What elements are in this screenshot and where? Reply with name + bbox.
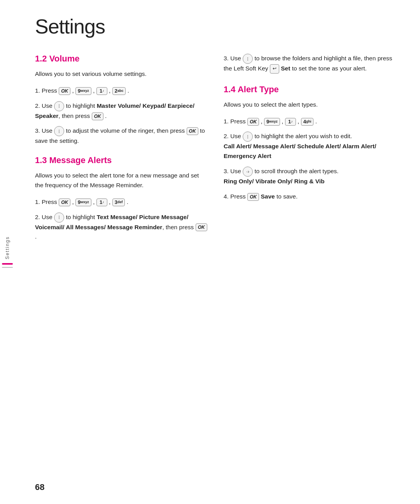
period: .: [128, 87, 129, 94]
key-ok-3: OK: [187, 127, 198, 135]
step-text-2: Set to set the tone as your alert.: [281, 65, 367, 72]
key-ok-a1: OK: [247, 118, 259, 126]
step-text: to adjust the volume of the ringer, then…: [66, 127, 186, 134]
volume-step-2: 2. Use ⁝ to highlight Master Volume/ Key…: [35, 101, 208, 121]
step-num: 1. Press: [224, 118, 247, 125]
volume-step-3: 3. Use ⁝ to adjust the volume of the rin…: [35, 126, 208, 146]
step-num: 1. Press: [35, 198, 59, 205]
nav-updown-icon-r3: ⁝: [243, 54, 253, 64]
msg-step-2: 2. Use ⁝ to highlight Text Message/ Pict…: [35, 212, 208, 242]
sidebar: Settings: [0, 0, 15, 504]
step-num: 1. Press: [35, 87, 59, 94]
key-1: 1♪: [96, 87, 107, 95]
nav-updown-icon-a2: ⁝: [243, 132, 253, 142]
step-num: 3. Use: [224, 168, 243, 174]
sidebar-label: Settings: [5, 236, 10, 259]
key-9-m: 9wxyz: [75, 198, 91, 206]
nav-updown-icon: ⁝: [54, 101, 64, 111]
section-volume-heading: 1.2 Volume: [35, 54, 208, 64]
msg-step-1: 1. Press OK , 9wxyz , 1♪ , 3def .: [35, 197, 208, 207]
sidebar-line: [2, 267, 13, 268]
step-num: 4. Press: [224, 193, 247, 200]
step-num: 3. Use: [35, 127, 54, 134]
alert-step-2: 2. Use ⁝ to highlight the alert you wish…: [224, 132, 397, 161]
sep: ,: [72, 87, 75, 94]
nav-leftright-icon: ·›: [243, 167, 253, 177]
sep: ,: [282, 118, 285, 125]
section-volume: 1.2 Volume Allows you to set various vol…: [35, 54, 208, 146]
section-alert-type: 1.4 Alert Type Allows you to select the …: [224, 84, 397, 202]
sep: ,: [93, 198, 96, 205]
period: .: [35, 233, 37, 240]
period: .: [315, 118, 317, 125]
key-ok-2: OK: [92, 112, 103, 120]
right-column: 3. Use ⁝ to browse the folders and highl…: [224, 50, 397, 247]
section-msg-description: Allows you to select the alert tone for …: [35, 171, 208, 190]
sep: ,: [109, 198, 112, 205]
step-num: 3. Use: [224, 55, 243, 61]
key-ok-a4: OK: [247, 193, 259, 201]
key-ok-m1: OK: [59, 198, 70, 206]
key-1-m: 1♪: [96, 198, 107, 206]
nav-updown-icon-2: ⁝: [54, 126, 64, 136]
key-3-m: 3def: [112, 198, 125, 206]
key-ok-m2: OK: [196, 223, 207, 231]
step-num: 2. Use: [35, 102, 54, 109]
period: .: [127, 198, 128, 205]
section-msg-heading: 1.3 Message Alerts: [35, 155, 208, 165]
sep: ,: [298, 118, 301, 125]
section-alert-description: Allows you to select the alert types.: [224, 100, 397, 110]
sep: ,: [109, 87, 112, 94]
section-alert-heading: 1.4 Alert Type: [224, 84, 397, 95]
step-text: Save to save.: [261, 193, 298, 200]
set-bold: Set: [281, 65, 290, 72]
sep: ,: [93, 87, 96, 94]
alert-step-4: 4. Press OK Save to save.: [224, 192, 397, 202]
key-9-a: 9wxyz: [264, 118, 280, 126]
period: .: [105, 112, 107, 119]
main-content: 1.2 Volume Allows you to set various vol…: [0, 50, 420, 247]
key-2: 2abc: [112, 87, 126, 95]
key-4-a: 4ghi: [301, 118, 314, 126]
save-bold: Save: [261, 193, 275, 200]
step-num: 2. Use: [224, 133, 243, 139]
left-column: 1.2 Volume Allows you to set various vol…: [35, 50, 208, 247]
page-number: 68: [35, 482, 44, 492]
nav-updown-icon-m2: ⁝: [54, 212, 64, 223]
right-step-3: 3. Use ⁝ to browse the folders and highl…: [224, 54, 397, 74]
section-volume-description: Allows you to set various volume setting…: [35, 69, 208, 79]
alert-step-3: 3. Use ·› to scroll through the alert ty…: [224, 167, 397, 186]
sep: ,: [261, 118, 264, 125]
volume-step-1: 1. Press OK , 9wxyz , 1♪ , 2abc .: [35, 86, 208, 96]
page-title: Settings: [0, 0, 420, 50]
key-1-a: 1♪: [285, 118, 296, 126]
section-message-alerts: 1.3 Message Alerts Allows you to select …: [35, 155, 208, 242]
sep: ,: [72, 198, 75, 205]
step-num: 2. Use: [35, 214, 54, 220]
alert-types-bold: Call Alert/ Message Alert/ Schedule Aler…: [224, 143, 376, 159]
key-ok: OK: [59, 87, 70, 95]
sidebar-accent-bar: [2, 263, 13, 265]
soft-key-left-icon: ↩: [270, 64, 279, 73]
key-9: 9wxyz: [75, 87, 91, 95]
ring-types-bold: Ring Only/ Vibrate Only/ Ring & Vib: [224, 178, 325, 184]
alert-step-1: 1. Press OK , 9wxyz , 1♪ , 4ghi .: [224, 117, 397, 126]
